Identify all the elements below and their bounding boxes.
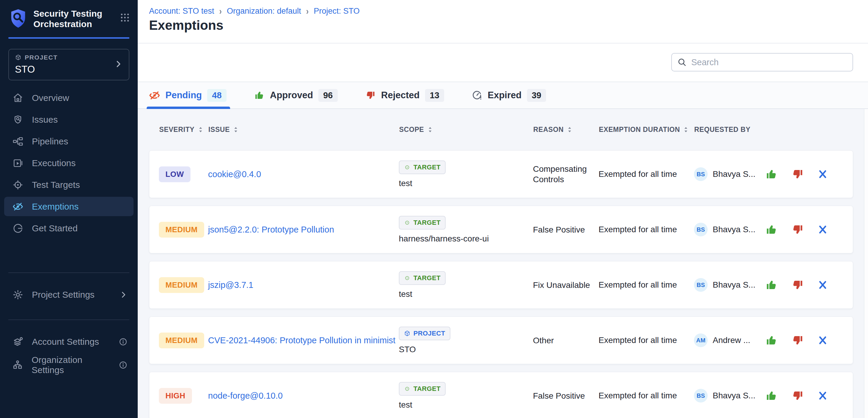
scope-cell: PROJECT STO <box>399 326 533 354</box>
scope-cell: TARGET test <box>399 271 533 299</box>
reject-button[interactable] <box>792 223 804 236</box>
sort-icon[interactable] <box>428 127 432 133</box>
issue-link[interactable]: cookie@0.4.0 <box>208 169 261 179</box>
shield-search-icon <box>12 114 23 125</box>
breadcrumb-organization-link[interactable]: Organization: default <box>227 6 301 16</box>
column-header-issue[interactable]: ISSUE <box>208 126 399 134</box>
reject-button[interactable] <box>792 168 804 180</box>
tab-count-badge: 96 <box>318 89 337 102</box>
tab-count-badge: 13 <box>425 89 444 102</box>
approve-button[interactable] <box>765 389 778 402</box>
home-icon <box>12 93 23 103</box>
pipeline-icon <box>12 136 23 147</box>
scope-badge: PROJECT <box>399 326 451 340</box>
scope-name: test <box>399 400 412 410</box>
sidebar-item-label: Organization Settings <box>32 355 110 375</box>
breadcrumb-account-link[interactable]: Account: STO test <box>149 6 214 16</box>
tab-label: Approved <box>270 90 313 101</box>
reject-button[interactable] <box>792 389 804 402</box>
issue-link[interactable]: node-forge@0.10.0 <box>208 391 283 400</box>
gear-icon <box>12 289 23 300</box>
issue-link[interactable]: CVE-2021-44906: Prototype Pollution in m… <box>208 336 396 345</box>
issue-link[interactable]: jszip@3.7.1 <box>208 280 253 290</box>
sidebar-item-project-settings[interactable]: Project Settings <box>0 283 138 306</box>
tab-label: Expired <box>488 90 522 101</box>
sidebar-item-exemptions[interactable]: Exemptions <box>4 197 133 216</box>
info-icon[interactable] <box>119 360 128 370</box>
column-header-scope[interactable]: SCOPE <box>399 126 533 134</box>
exemption-duration-text: Exempted for all time <box>598 391 677 400</box>
reason-text: False Positive <box>533 225 585 234</box>
scrollbar[interactable] <box>864 109 868 418</box>
scope-badge: TARGET <box>399 161 445 174</box>
org-gear-icon <box>12 360 23 370</box>
tab-pending[interactable]: Pending 48 <box>149 82 226 108</box>
reject-button[interactable] <box>792 334 804 347</box>
approve-button[interactable] <box>765 223 778 236</box>
dismiss-button[interactable] <box>817 335 828 345</box>
exemption-duration-text: Exempted for all time <box>598 225 677 234</box>
dismiss-button[interactable] <box>817 169 828 179</box>
sidebar-item-issues[interactable]: Issues <box>4 110 133 129</box>
sort-icon[interactable] <box>567 127 572 133</box>
target-scope-icon <box>404 275 410 281</box>
exemption-duration-text: Exempted for all time <box>598 169 677 179</box>
table-header-row: SEVERITY ISSUE SCOPE REASON <box>149 109 853 150</box>
table-row: HIGH node-forge@0.10.0 TARGET test False… <box>149 372 853 418</box>
target-icon <box>12 179 23 190</box>
chevron-right-icon <box>119 290 128 299</box>
reason-text: Fix Unavailable <box>533 280 590 290</box>
sort-icon[interactable] <box>198 127 203 133</box>
column-header-reason[interactable]: REASON <box>533 126 599 134</box>
tab-count-badge: 39 <box>527 89 546 102</box>
sidebar-item-organization-settings[interactable]: Organization Settings <box>0 353 138 377</box>
column-header-requested-by: REQUESTED BY <box>694 126 764 134</box>
main-content: Account: STO test › Organization: defaul… <box>138 0 868 418</box>
thumb-down-icon <box>365 90 376 101</box>
tab-expired[interactable]: Expired 39 <box>471 82 546 108</box>
sidebar-item-test-targets[interactable]: Test Targets <box>4 175 133 195</box>
tab-rejected[interactable]: Rejected 13 <box>365 82 444 108</box>
app-title: Security Testing Orchestration <box>33 8 108 29</box>
issue-link[interactable]: json5@2.2.0: Prototype Pollution <box>208 225 334 234</box>
reject-button[interactable] <box>792 279 804 291</box>
column-header-severity[interactable]: SEVERITY <box>159 126 208 134</box>
table-row: MEDIUM jszip@3.7.1 TARGET test Fix Unava… <box>149 261 853 309</box>
sidebar-item-pipelines[interactable]: Pipelines <box>4 132 133 151</box>
sidebar-item-overview[interactable]: Overview <box>4 88 133 107</box>
tab-approved[interactable]: Approved 96 <box>254 82 338 108</box>
scope-badge: TARGET <box>399 382 445 396</box>
chevron-right-icon: › <box>219 6 222 16</box>
sidebar-item-account-settings[interactable]: Account Settings <box>0 330 138 353</box>
table-row: MEDIUM CVE-2021-44906: Prototype Polluti… <box>149 316 853 364</box>
approve-button[interactable] <box>765 168 778 180</box>
tab-bar: Pending 48 Approved 96 Rejected 13 <box>138 81 868 109</box>
table-row: LOW cookie@0.4.0 TARGET test Compensatin… <box>149 150 853 198</box>
app-grid-icon[interactable] <box>120 12 130 23</box>
dismiss-button[interactable] <box>817 391 828 401</box>
approve-button[interactable] <box>765 279 778 291</box>
severity-badge: MEDIUM <box>159 222 204 238</box>
exemption-duration-text: Exempted for all time <box>598 336 677 345</box>
play-box-icon <box>12 158 23 169</box>
search-box[interactable] <box>671 53 853 71</box>
breadcrumb-project-link[interactable]: Project: STO <box>314 6 360 16</box>
search-input[interactable] <box>691 58 847 67</box>
scope-cell: TARGET test <box>399 161 533 188</box>
scope-badge: TARGET <box>399 271 445 285</box>
sidebar-item-get-started[interactable]: Get Started <box>4 218 133 238</box>
requester-name: Bhavya S... <box>713 225 755 234</box>
row-actions <box>764 168 853 180</box>
approve-button[interactable] <box>765 334 778 347</box>
sidebar-item-executions[interactable]: Executions <box>4 153 133 173</box>
column-header-exemption-duration[interactable]: EXEMPTION DURATION <box>599 126 694 134</box>
page-title: Exemptions <box>149 18 223 33</box>
sidebar-item-label: Issues <box>32 115 58 125</box>
sort-icon[interactable] <box>684 127 688 133</box>
info-icon[interactable] <box>119 337 128 346</box>
sidebar-header: Security Testing Orchestration <box>0 0 138 29</box>
dismiss-button[interactable] <box>817 280 828 290</box>
sort-icon[interactable] <box>234 127 238 133</box>
project-selector[interactable]: PROJECT STO <box>8 49 129 80</box>
dismiss-button[interactable] <box>817 224 828 235</box>
